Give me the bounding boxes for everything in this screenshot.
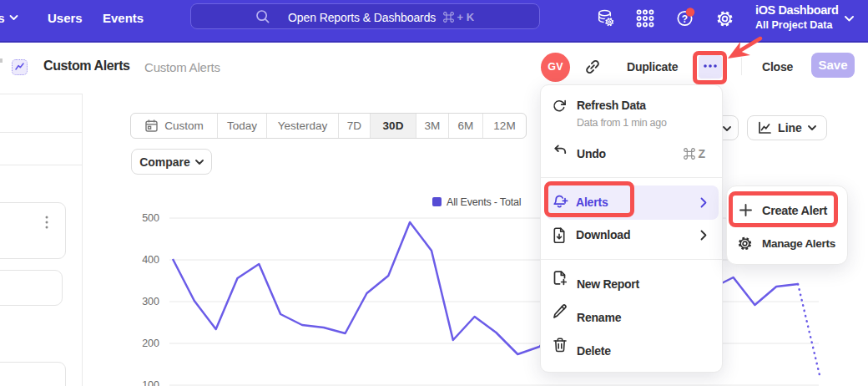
svg-text:300: 300 <box>142 296 159 307</box>
svg-text:400: 400 <box>142 254 159 266</box>
svg-text:All Events - Total: All Events - Total <box>447 196 521 208</box>
svg-text:200: 200 <box>142 338 159 349</box>
svg-text:100: 100 <box>142 379 159 386</box>
svg-text:500: 500 <box>142 212 159 224</box>
